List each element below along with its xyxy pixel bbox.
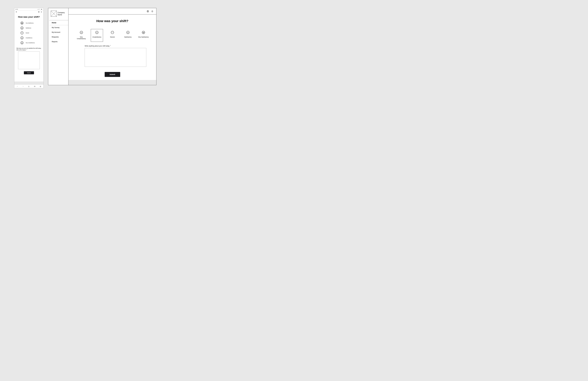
sidebar-nav: Home My Survey My Account Requests Repor… bbox=[48, 20, 68, 44]
unsatisfactory-icon bbox=[21, 36, 23, 39]
share-icon[interactable] bbox=[28, 86, 29, 87]
sidebar-item-survey[interactable]: My Survey bbox=[48, 25, 68, 30]
top-bar bbox=[68, 8, 156, 15]
very-unsatisfactory-icon bbox=[21, 41, 23, 44]
status-bar: 15:45 bbox=[14, 8, 43, 10]
required-mark: * bbox=[27, 49, 27, 50]
rating-option-unsatisfactory[interactable]: Unsatisfactory bbox=[17, 35, 41, 40]
feedback-prompt: We know you are not satisfied the shift … bbox=[17, 47, 41, 51]
mobile-frame: 15:45 How was your shift? Very Satisfact… bbox=[14, 8, 43, 88]
required-mark: * bbox=[110, 45, 111, 46]
company-name-line1: Company bbox=[58, 12, 65, 14]
battery-icon bbox=[41, 9, 42, 10]
rating-options: Very Unsatisfactory Unsatisfactory Neutr… bbox=[72, 29, 153, 42]
rating-option-very-unsatisfactory[interactable]: Very Unsatisfactory bbox=[75, 29, 87, 42]
rating-option-very-satisfactory[interactable]: Very Satisfactory bbox=[137, 29, 149, 42]
tabs-icon[interactable] bbox=[40, 86, 41, 87]
company-name-line2: Name bbox=[58, 14, 62, 16]
submit-button[interactable]: Submit bbox=[105, 72, 120, 77]
bell-icon[interactable] bbox=[41, 11, 42, 13]
signal-icon bbox=[38, 9, 39, 10]
bell-icon[interactable] bbox=[151, 10, 153, 12]
page-title: How was your shift? bbox=[72, 19, 153, 23]
feedback-input[interactable] bbox=[18, 51, 40, 69]
rating-option-very-unsatisfactory[interactable]: Very Unsatisfactory bbox=[17, 40, 41, 45]
unsatisfactory-icon bbox=[95, 31, 99, 34]
page-title: How was your shift? bbox=[17, 16, 41, 18]
rating-option-unsatisfactory[interactable]: Unsatisfactory bbox=[91, 29, 103, 42]
company-name: Company Name bbox=[58, 12, 65, 16]
feedback-prompt: Write anything about your shift today. * bbox=[72, 45, 153, 47]
hamburger-icon[interactable] bbox=[16, 11, 17, 13]
sidebar-item-account[interactable]: My Account bbox=[48, 30, 68, 35]
satisfactory-icon bbox=[126, 31, 130, 34]
browser-toolbar bbox=[14, 85, 43, 88]
neutral-icon bbox=[111, 31, 114, 34]
feedback-prompt-text: We know you are not satisfied the shift … bbox=[17, 47, 41, 51]
rating-label: Very Unsatisfactory bbox=[26, 42, 35, 43]
rating-label: Unsatisfactory bbox=[92, 36, 101, 38]
sidebar-item-requests[interactable]: Requests bbox=[48, 35, 68, 39]
wifi-icon bbox=[39, 9, 40, 10]
desktop-frame: Company Name Home My Survey My Account R… bbox=[48, 8, 156, 85]
rating-label: Neutral bbox=[26, 32, 29, 34]
rating-label: Neutral bbox=[110, 36, 115, 38]
logo-placeholder bbox=[51, 11, 57, 17]
very-unsatisfactory-icon bbox=[80, 31, 83, 34]
rating-option-neutral[interactable]: Neutral bbox=[17, 30, 41, 35]
feedback-input[interactable] bbox=[85, 48, 146, 67]
account-icon[interactable] bbox=[38, 11, 40, 13]
rating-label: Very Satisfactory bbox=[26, 22, 34, 24]
submit-button[interactable]: Submit bbox=[24, 71, 34, 74]
neutral-icon bbox=[21, 31, 23, 34]
rating-label: Unsatisfactory bbox=[26, 37, 32, 39]
main-content: How was your shift? Very Unsatisfactory … bbox=[68, 15, 156, 80]
rating-label: Very Unsatisfactory bbox=[77, 36, 86, 40]
rating-option-neutral[interactable]: Neutral bbox=[106, 29, 119, 42]
sidebar: Company Name Home My Survey My Account R… bbox=[48, 8, 68, 85]
rating-label: Very Satisfactory bbox=[138, 36, 149, 38]
rating-label: Satisfactory bbox=[26, 27, 31, 29]
very-satisfactory-icon bbox=[142, 31, 145, 34]
rating-label: Satisfactory bbox=[124, 36, 132, 38]
feedback-prompt-text: Write anything about your shift today. bbox=[85, 45, 110, 47]
rating-option-satisfactory[interactable]: Satisfactory bbox=[17, 25, 41, 30]
rating-option-satisfactory[interactable]: Satisfactory bbox=[122, 29, 134, 42]
sidebar-item-reports[interactable]: Reports bbox=[48, 39, 68, 44]
forward-icon[interactable] bbox=[22, 86, 24, 87]
app-bar bbox=[14, 10, 43, 13]
book-icon[interactable] bbox=[34, 86, 35, 87]
satisfactory-icon bbox=[21, 26, 23, 29]
footer-spacer bbox=[14, 82, 43, 85]
back-icon[interactable] bbox=[17, 86, 18, 87]
status-time: 15:45 bbox=[15, 9, 18, 10]
very-satisfactory-icon bbox=[21, 21, 23, 24]
rating-option-very-satisfactory[interactable]: Very Satisfactory bbox=[17, 21, 41, 25]
sidebar-item-home[interactable]: Home bbox=[49, 20, 68, 25]
account-icon[interactable] bbox=[147, 10, 149, 12]
